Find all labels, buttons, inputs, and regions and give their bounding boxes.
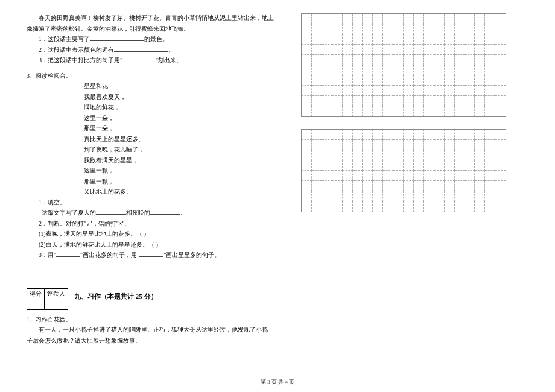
blank-line xyxy=(114,46,168,52)
poem-line: 这里一颗， xyxy=(84,166,277,175)
q1b: 和夜晚的 xyxy=(126,209,150,216)
score-table: 得分 评卷人 xyxy=(27,288,68,310)
passage2-q2-label: 2．判断。对的打"√"，错的打"×"。 xyxy=(27,219,277,229)
q1-suffix: 的景色。 xyxy=(144,36,168,42)
passage2-q2-item2: (2)白天，满地的鲜花比天上的星星还多。（ ） xyxy=(27,240,277,250)
section9-line2: 子后会怎么做呢？请大胆展开想象编故事。 xyxy=(27,336,277,346)
q3-prefix: 3．用" xyxy=(39,251,56,258)
section9-line1: 有一天，一只小鸭子掉进了猎人的陷阱里。正巧，狐狸大哥从这里经过，他发现了小鸭 xyxy=(27,325,277,335)
blank-line xyxy=(90,36,144,42)
blank-line xyxy=(96,209,126,215)
passage2-heading: 3、阅读检阅台。 xyxy=(27,71,277,81)
q3-prefix: 3．把这段话中打比方的句子用" xyxy=(39,57,122,63)
poem-title: 星星和花 xyxy=(84,81,277,91)
passage1-q3: 3．把这段话中打比方的句子用""划出来。 xyxy=(27,55,277,65)
left-column: 春天的田野真美啊！柳树发了芽。桃树开了花。青青的小草悄悄地从泥土里钻出来，地上 … xyxy=(27,13,277,346)
passage2-q2-item1: (1)夜晚，满天的星星比地上的花多。（ ） xyxy=(27,229,277,239)
poem-block: 星星和花 我最喜欢夏天， 满地的鲜花， 这里一朵， 那里一朵， 真比天上的星星还… xyxy=(27,81,277,197)
q3-mid: "画出花多的句子，用" xyxy=(80,251,139,258)
q3-suffix: "划出来。 xyxy=(156,57,182,63)
poem-line: 我最喜欢夏天， xyxy=(84,92,277,102)
passage2-q1-text: 这篇文字写了夏天的和夜晚的。 xyxy=(27,208,277,218)
page-content: 春天的田野真美啊！柳树发了芽。桃树开了花。青青的小草悄悄地从泥土里钻出来，地上 … xyxy=(0,0,555,346)
passage2-q1-label: 1．填空。 xyxy=(27,198,277,207)
score-header-1: 得分 xyxy=(27,288,45,299)
q1-prefix: 1．这段话主要写了 xyxy=(39,36,90,42)
blank-line xyxy=(122,57,156,63)
q1c: 。 xyxy=(180,209,186,216)
poem-line: 这里一朵， xyxy=(84,113,277,123)
writing-grid-2 xyxy=(301,129,506,212)
poem-line: 又比地上的花多。 xyxy=(84,187,277,197)
score-cell-2 xyxy=(45,299,68,310)
passage2-q3: 3．用""画出花多的句子，用""画出星星多的句子。 xyxy=(27,250,277,260)
writing-grid-1 xyxy=(301,13,506,117)
poem-line: 我数着满天的星星， xyxy=(84,156,277,165)
poem-line: 真比天上的星星还多。 xyxy=(84,134,277,144)
passage1-q1: 1．这段话主要写了的景色。 xyxy=(27,34,277,44)
blank-line xyxy=(150,209,180,215)
score-cell-1 xyxy=(27,299,45,310)
score-header-2: 评卷人 xyxy=(45,288,68,299)
passage1-line1: 春天的田野真美啊！柳树发了芽。桃树开了花。青青的小草悄悄地从泥土里钻出来，地上 xyxy=(27,13,277,23)
poem-line: 那里一朵， xyxy=(84,124,277,133)
passage1-q2: 2．这段话中表示颜色的词有。 xyxy=(27,45,277,55)
q2-suffix: 。 xyxy=(168,46,174,53)
passage1-line2: 像插遍了密密的松针。金黄的油菜花，引得蜜蜂来回地飞舞。 xyxy=(27,24,277,34)
blank-line xyxy=(56,251,80,258)
right-column xyxy=(277,13,527,346)
poem-line: 到了夜晚，花儿睡了， xyxy=(84,145,277,154)
poem-line: 满地的鲜花， xyxy=(84,103,277,112)
q3-suffix: "画出星星多的句子。 xyxy=(163,251,220,258)
q2-prefix: 2．这段话中表示颜色的词有 xyxy=(39,46,114,53)
q1a: 这篇文字写了夏天的 xyxy=(42,209,96,216)
page-footer: 第 3 页 共 4 页 xyxy=(0,378,555,386)
section9-q-label: 1、习作百花园。 xyxy=(27,315,277,324)
poem-line: 那里一颗， xyxy=(84,177,277,186)
blank-line xyxy=(139,251,163,258)
